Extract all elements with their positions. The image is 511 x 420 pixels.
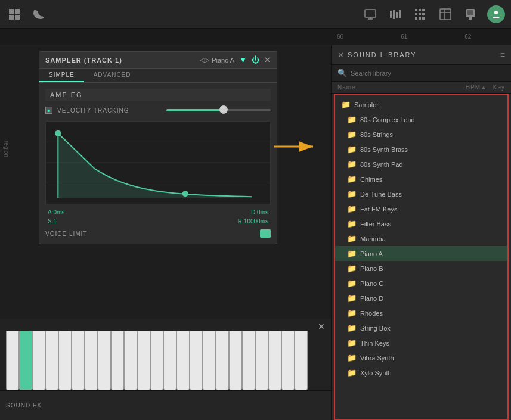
svg-rect-20 [440,9,451,20]
tab-simple[interactable]: SIMPLE [39,69,84,82]
bottom-bar: Sound FX [0,390,331,420]
piano-key-white[interactable] [98,331,111,390]
list-item-filter-bass[interactable]: 📁 Filter Bass [335,216,507,231]
timeline-ruler: 60 61 62 63 64 65 [0,29,511,45]
list-item-sampler[interactable]: 📁 Sampler [335,97,507,112]
folder-icon: 📁 [347,175,357,183]
piano-key-white[interactable] [45,331,58,390]
folder-icon: 📁 [347,279,357,288]
list-item-xylo-synth[interactable]: 📁 Xylo Synth [335,365,507,380]
library-close-button[interactable]: ✕ [337,51,344,60]
piano-key-white[interactable] [176,331,190,390]
tab-advanced[interactable]: ADVANCED [84,69,141,82]
lib-item-name: String Box [360,325,501,332]
list-item-piano-d[interactable]: 📁 Piano D [335,291,507,306]
list-item-rhodes[interactable]: 📁 Rhodes [335,306,507,321]
list-item-80s-synth-brass[interactable]: 📁 80s Synth Brass [335,142,507,157]
piano-key-white[interactable] [137,331,150,390]
preset-dropdown-btn[interactable]: ▼ [239,55,247,64]
svg-rect-7 [390,11,392,18]
folder-icon: 📁 [341,100,351,109]
list-item-string-box[interactable]: 📁 String Box [335,321,507,335]
piano-key-white[interactable] [255,331,268,390]
folder-icon: 📁 [347,264,357,273]
piano-key-white[interactable] [150,331,163,390]
monitor-icon[interactable] [362,6,379,23]
piano-key-white[interactable] [295,331,308,390]
lib-item-name: Vibra Synth [360,354,501,362]
ruler-marks: 60 61 62 63 64 65 [331,33,511,40]
folder-icon: 📁 [347,309,357,318]
velocity-checkbox[interactable] [45,107,52,114]
col-name-header: Name [337,84,457,91]
piano-key-white[interactable] [58,331,72,390]
piano-keys-container[interactable] [6,331,331,390]
piano-key-white[interactable] [111,331,124,390]
list-item-de-tune-bass[interactable]: 📁 De-Tune Bass [335,186,507,201]
list-item-piano-c[interactable]: 📁 Piano C [335,276,507,291]
user-avatar[interactable] [487,5,505,23]
toolbar-left [6,6,47,23]
velocity-slider-thumb [219,105,228,114]
svg-rect-10 [399,10,401,18]
folder-icon: 📁 [347,353,357,362]
top-toolbar [0,0,511,29]
velocity-slider[interactable] [166,109,271,111]
list-item-piano-a[interactable]: 📁 Piano A [335,246,507,261]
svg-rect-15 [419,13,421,15]
piano-key-white[interactable] [163,331,176,390]
folder-icon: 📁 [347,249,357,258]
piano-key-white[interactable] [32,331,45,390]
list-item-vibra-synth[interactable]: 📁 Vibra Synth [335,350,507,365]
folder-icon: 📁 [347,219,357,228]
list-item-marimba[interactable]: 📁 Marimba [335,231,507,246]
piano-key-white-teal[interactable] [19,331,32,390]
piano-key-white[interactable] [190,331,203,390]
lib-item-name: Sampler [354,101,501,108]
flag-icon[interactable] [462,6,479,23]
list-item-chimes[interactable]: 📁 Chimes [335,172,507,186]
piano-key-white[interactable] [85,331,98,390]
list-item-fat-fm-keys[interactable]: 📁 Fat FM Keys [335,201,507,216]
voice-limit-label: VOICE LIMIT [45,231,87,237]
svg-rect-1 [15,9,20,14]
library-settings-icon[interactable]: ≡ [500,50,505,60]
list-item-80s-synth-pad[interactable]: 📁 80s Synth Pad [335,157,507,172]
svg-rect-16 [422,13,425,15]
voice-limit-button[interactable] [260,229,271,238]
piano-key-white[interactable] [229,331,242,390]
svg-rect-12 [419,9,421,11]
envelope-graph[interactable] [45,121,271,204]
folder-icon: 📁 [347,204,357,213]
piano-key-white[interactable] [203,331,216,390]
sampler-close-button[interactable]: ✕ [264,55,271,64]
preset-label: ◁▷ Piano A [200,56,234,64]
phone-icon[interactable] [30,6,47,23]
table-icon[interactable] [437,6,454,23]
piano-key-white[interactable] [268,331,281,390]
bars-icon[interactable] [387,6,404,23]
piano-key-white[interactable] [72,331,85,390]
library-title: SOUND LIBRARY [348,51,497,58]
folder-icon: 📁 [347,234,357,243]
col-bpm-header: BPM▲ [457,84,487,91]
svg-rect-14 [415,13,417,15]
lib-item-name: Piano C [360,280,501,287]
list-item-piano-b[interactable]: 📁 Piano B [335,261,507,276]
list-item-80s-complex-lead[interactable]: 📁 80s Complex Lead [335,112,507,127]
track-area: region SAMPLER (TRACK 1) ◁▷ Piano A ▼ ⏻ … [0,45,331,420]
grid-alt-icon[interactable] [412,6,429,23]
folder-icon: 📁 [347,130,357,139]
lib-item-name: Piano D [360,295,501,302]
piano-key-white[interactable] [124,331,137,390]
list-item-thin-keys[interactable]: 📁 Thin Keys [335,335,507,350]
piano-key-white[interactable] [242,331,255,390]
piano-key-white[interactable] [216,331,229,390]
list-item-80s-strings[interactable]: 📁 80s Strings [335,127,507,142]
piano-key-white[interactable] [6,331,19,390]
piano-close-button[interactable]: ✕ [318,322,325,331]
grid-icon[interactable] [6,6,23,23]
power-button[interactable]: ⏻ [252,55,259,64]
piano-key-white[interactable] [281,331,295,390]
search-input[interactable] [351,70,505,77]
